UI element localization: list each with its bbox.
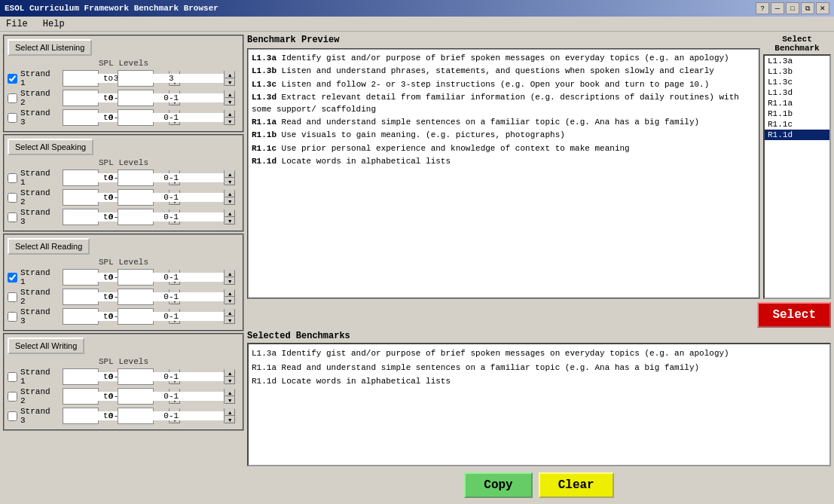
reading-strand3-checkbox[interactable] [8, 312, 17, 322]
select-list-item[interactable]: R1.1a [765, 98, 829, 108]
title-bar: ESOL Curriculum Framework Benchmark Brow… [0, 0, 834, 17]
benchmark-code: R1.1a [252, 118, 276, 127]
select-list-item[interactable]: L1.3a [765, 56, 829, 66]
select-list-item[interactable]: L1.3d [765, 87, 829, 98]
speaking-strand1-to-value[interactable] [118, 173, 224, 182]
help-button[interactable]: ? [756, 2, 769, 14]
writing-strand3-to-value[interactable] [118, 411, 224, 420]
listening-strand-2: Strand 2 ▲ ▼ to ▲ ▼ [8, 89, 240, 107]
listening-strand3-checkbox[interactable] [8, 113, 17, 123]
clear-button[interactable]: Clear [539, 472, 614, 498]
minimize-button[interactable]: ─ [771, 2, 784, 14]
speaking-strand1-to-down[interactable]: ▼ [225, 178, 235, 185]
select-all-writing-button[interactable]: Select All Writing [8, 338, 84, 354]
selected-benchmarks-section: Selected Benchmarks L1.3a Identify gist … [247, 331, 831, 466]
select-all-reading-button[interactable]: Select All Reading [8, 238, 90, 255]
writing-strand1-checkbox[interactable] [8, 372, 17, 382]
speaking-strand1-to-label: to [103, 173, 113, 182]
writing-strand1-to-value[interactable] [118, 372, 224, 381]
speaking-strand1-from-spinner: ▲ ▼ [63, 170, 99, 186]
listening-strand2-checkbox[interactable] [8, 93, 17, 103]
reading-strand2-to-up[interactable]: ▲ [225, 289, 235, 297]
listening-strand1-checkbox[interactable] [8, 74, 17, 84]
writing-spl-header: SPL Levels [8, 357, 240, 366]
speaking-strand2-checkbox[interactable] [8, 193, 17, 203]
select-all-speaking-button[interactable]: Select All Speaking [8, 139, 93, 155]
writing-strand-2: Strand 2 ▲ ▼ to ▲ ▼ [8, 387, 240, 405]
speaking-strand3-to-down[interactable]: ▼ [225, 217, 235, 225]
writing-strand2-to-up[interactable]: ▲ [225, 389, 235, 396]
reading-strand2-to-label: to [103, 292, 113, 301]
listening-strand3-to-label: to [103, 113, 113, 122]
speaking-strand3-to-up[interactable]: ▲ [225, 209, 235, 217]
listening-section: Select All Listening SPL Levels Strand 1… [3, 35, 244, 133]
selected-benchmarks-header: Selected Benchmarks [247, 331, 831, 341]
reading-strand1-to-value[interactable] [118, 273, 224, 282]
select-list-item[interactable]: R1.1d [765, 130, 829, 140]
writing-strand3-checkbox[interactable] [8, 411, 17, 421]
writing-strand2-to-value[interactable] [118, 392, 224, 401]
listening-strand1-from-spinner: ▲ ▼ [63, 70, 99, 87]
listening-strand3-to-down[interactable]: ▼ [225, 118, 235, 125]
reading-strand1-checkbox[interactable] [8, 273, 17, 283]
writing-strand3-to-spinner: ▲ ▼ [118, 408, 154, 424]
reading-strand1-to-up[interactable]: ▲ [225, 270, 235, 277]
reading-strand-1: Strand 1 ▲ ▼ to ▲ ▼ [8, 268, 240, 286]
select-benchmark-list[interactable]: L1.3aL1.3bL1.3cL1.3dR1.1aR1.1bR1.1cR1.1d [763, 54, 831, 299]
benchmark-preview-header: Benchmark Preview [247, 35, 760, 45]
writing-strand1-to-up[interactable]: ▲ [225, 369, 235, 377]
reading-strand-3: Strand 3 ▲ ▼ to ▲ ▼ [8, 307, 240, 325]
writing-strand3-label: Strand 3 [20, 407, 60, 425]
writing-strand2-to-down[interactable]: ▼ [225, 396, 235, 404]
listening-strand3-to-up[interactable]: ▲ [225, 110, 235, 118]
speaking-strand1-label: Strand 1 [20, 169, 60, 187]
select-list-item[interactable]: R1.1c [765, 119, 829, 130]
speaking-strand3-checkbox[interactable] [8, 212, 17, 222]
restore-button[interactable]: □ [786, 2, 799, 14]
select-button[interactable]: Select [757, 302, 831, 328]
close-button[interactable]: ✕ [816, 2, 829, 14]
reading-strand3-to-up[interactable]: ▲ [225, 309, 235, 316]
select-list-item[interactable]: R1.1b [765, 108, 829, 119]
select-list-item[interactable]: L1.3c [765, 77, 829, 87]
reading-strand2-checkbox[interactable] [8, 292, 17, 302]
speaking-strand3-to-value[interactable] [118, 212, 224, 221]
listening-strand2-to-down[interactable]: ▼ [225, 98, 235, 105]
reading-strand2-to-value[interactable] [118, 292, 224, 301]
speaking-strand1-to-up[interactable]: ▲ [225, 170, 235, 178]
copy-button[interactable]: Copy [464, 472, 532, 498]
speaking-strand1-checkbox[interactable] [8, 173, 17, 183]
listening-strand1-to-down[interactable]: ▼ [225, 78, 235, 86]
writing-strand3-to-down[interactable]: ▼ [225, 416, 235, 423]
reading-strand2-to-down[interactable]: ▼ [225, 297, 235, 304]
listening-strand1-to-value[interactable] [118, 74, 224, 83]
maximize-button[interactable]: ⧉ [801, 2, 814, 14]
reading-strand3-to-down[interactable]: ▼ [225, 316, 235, 324]
writing-strand-3: Strand 3 ▲ ▼ to ▲ ▼ [8, 407, 240, 425]
benchmark-text: Listen and understand phrases, statement… [276, 66, 714, 75]
reading-strand1-to-down[interactable]: ▼ [225, 277, 235, 285]
speaking-strand2-to-up[interactable]: ▲ [225, 190, 235, 197]
listening-strand3-label: Strand 3 [20, 108, 60, 127]
listening-strand3-to-value[interactable] [118, 113, 224, 122]
writing-strand2-checkbox[interactable] [8, 392, 17, 402]
menu-file[interactable]: File [3, 19, 31, 29]
speaking-strand3-to-label: to [103, 212, 113, 221]
speaking-strand2-to-down[interactable]: ▼ [225, 197, 235, 205]
select-list-item[interactable]: L1.3b [765, 66, 829, 77]
reading-strand3-to-value[interactable] [118, 312, 224, 321]
menu-help[interactable]: Help [40, 19, 68, 29]
benchmark-text: Locate words in alphabetical lists [276, 157, 451, 166]
speaking-strand2-to-value[interactable] [118, 193, 224, 202]
writing-strand1-to-spinner: ▲ ▼ [118, 368, 154, 385]
writing-strand1-to-down[interactable]: ▼ [225, 377, 235, 384]
benchmark-code: L1.3c [252, 80, 276, 89]
listening-strand1-to-up[interactable]: ▲ [225, 71, 235, 78]
writing-strand3-to-up[interactable]: ▲ [225, 408, 235, 416]
selected-benchmark-line: L1.3a Identify gist and/or purpose of br… [252, 347, 826, 360]
benchmark-preview-line: L1.3b Listen and understand phrases, sta… [252, 66, 756, 77]
select-all-listening-button[interactable]: Select All Listening [8, 39, 92, 56]
listening-strand2-to-up[interactable]: ▲ [225, 90, 235, 98]
listening-strand2-to-value[interactable] [118, 93, 224, 102]
writing-strand1-from-spinner: ▲ ▼ [63, 368, 99, 385]
